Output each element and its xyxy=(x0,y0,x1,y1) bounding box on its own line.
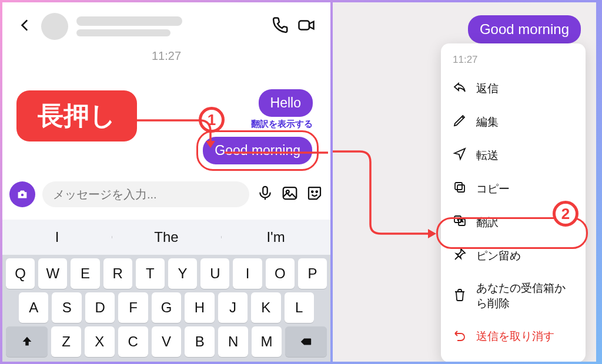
key[interactable]: M xyxy=(252,326,282,357)
chat-screen: 11:27 Hello 翻訳を表示する Good morning 長押し 1 I… xyxy=(2,2,330,362)
keyboard-suggestions: I The I'm xyxy=(2,220,330,255)
back-icon[interactable] xyxy=(18,18,33,35)
avatar[interactable] xyxy=(41,13,68,40)
arrow-annotation xyxy=(333,148,448,236)
mic-icon[interactable] xyxy=(256,184,274,204)
key[interactable]: C xyxy=(118,326,148,357)
contact-name-placeholder xyxy=(76,16,263,36)
label: ピン留め xyxy=(476,248,521,264)
label: 転送 xyxy=(476,148,499,163)
undo-icon xyxy=(453,328,467,345)
label: 編集 xyxy=(476,114,499,130)
menu-item-unsend[interactable]: 送信を取り消す xyxy=(441,319,586,353)
key[interactable]: H xyxy=(185,292,214,323)
key[interactable]: P xyxy=(298,258,327,289)
key[interactable]: K xyxy=(251,292,280,323)
chat-header xyxy=(2,2,330,46)
menu-item-delete[interactable]: あなたの受信箱から削除 xyxy=(441,272,586,319)
key[interactable]: W xyxy=(38,258,67,289)
suggestion[interactable]: I xyxy=(2,229,112,245)
svg-marker-9 xyxy=(428,229,436,238)
message-input-bar xyxy=(9,178,323,210)
show-translation-link[interactable]: 翻訳を表示する xyxy=(251,119,313,130)
context-menu-screen: Good morning 11:27 返信 編集 転送 コピー 翻訳 ピン留め xyxy=(333,2,596,362)
shift-key[interactable] xyxy=(6,326,48,357)
label: 送信を取り消す xyxy=(476,329,554,344)
key[interactable]: U xyxy=(200,258,229,289)
menu-item-edit[interactable]: 編集 xyxy=(441,105,586,139)
message-bubble[interactable]: Good morning xyxy=(468,15,581,43)
label: 返信 xyxy=(476,81,499,96)
key[interactable]: T xyxy=(136,258,165,289)
longpress-annotation: 長押し xyxy=(16,90,137,141)
key[interactable]: X xyxy=(85,326,115,357)
svg-rect-4 xyxy=(263,187,267,195)
svg-point-3 xyxy=(21,193,24,197)
menu-item-forward[interactable]: 転送 xyxy=(441,139,586,172)
message-text: Good morning xyxy=(468,15,581,43)
message-input[interactable] xyxy=(42,181,249,207)
key[interactable]: E xyxy=(71,258,99,289)
step-badge-1: 1 xyxy=(199,107,225,133)
key[interactable]: B xyxy=(185,326,215,357)
key[interactable]: Q xyxy=(6,258,35,289)
svg-point-7 xyxy=(312,191,313,193)
key[interactable]: D xyxy=(85,292,115,323)
key[interactable]: V xyxy=(152,326,182,357)
suggestion[interactable]: I'm xyxy=(221,229,330,245)
svg-point-8 xyxy=(316,191,318,193)
menu-item-reply[interactable]: 返信 xyxy=(441,72,586,105)
svg-rect-5 xyxy=(283,187,297,199)
key[interactable]: I xyxy=(233,258,262,289)
send-icon xyxy=(453,147,467,164)
message-text: Hello xyxy=(259,89,313,117)
keyboard: QWERTYUIOP ASDFGHJKL ZXCVBNM xyxy=(2,255,330,362)
camera-icon[interactable] xyxy=(9,181,35,207)
gallery-icon[interactable] xyxy=(281,184,299,204)
key[interactable]: O xyxy=(266,258,295,289)
call-icon[interactable] xyxy=(272,16,289,36)
key[interactable]: Z xyxy=(51,326,81,357)
message-bubble-2-highlight: Good morning xyxy=(196,130,319,171)
pencil-icon xyxy=(453,113,467,130)
svg-rect-10 xyxy=(457,185,464,192)
key[interactable]: A xyxy=(19,292,48,323)
pin-icon xyxy=(453,247,467,264)
video-icon[interactable] xyxy=(297,16,315,36)
message-text[interactable]: Good morning xyxy=(203,137,312,164)
svg-rect-0 xyxy=(299,21,310,30)
label: コピー xyxy=(476,181,510,197)
key[interactable]: S xyxy=(52,292,81,323)
suggestion[interactable]: The xyxy=(112,229,221,245)
key[interactable]: J xyxy=(218,292,248,323)
key[interactable]: Y xyxy=(168,258,197,289)
key[interactable]: G xyxy=(152,292,181,323)
backspace-key[interactable] xyxy=(285,326,327,357)
timestamp: 11:27 xyxy=(2,49,330,63)
reply-icon xyxy=(453,80,467,97)
menu-timestamp: 11:27 xyxy=(441,53,586,72)
key[interactable]: L xyxy=(285,292,314,323)
sticker-icon[interactable] xyxy=(306,184,323,204)
svg-rect-11 xyxy=(455,183,462,190)
trash-icon xyxy=(453,288,467,305)
copy-icon xyxy=(453,180,467,197)
key[interactable]: N xyxy=(218,326,248,357)
message-bubble-1[interactable]: Hello xyxy=(259,89,313,117)
step-badge-2: 2 xyxy=(553,201,578,227)
key[interactable]: F xyxy=(118,292,148,323)
label: あなたの受信箱から削除 xyxy=(476,281,574,311)
key[interactable]: R xyxy=(103,258,132,289)
